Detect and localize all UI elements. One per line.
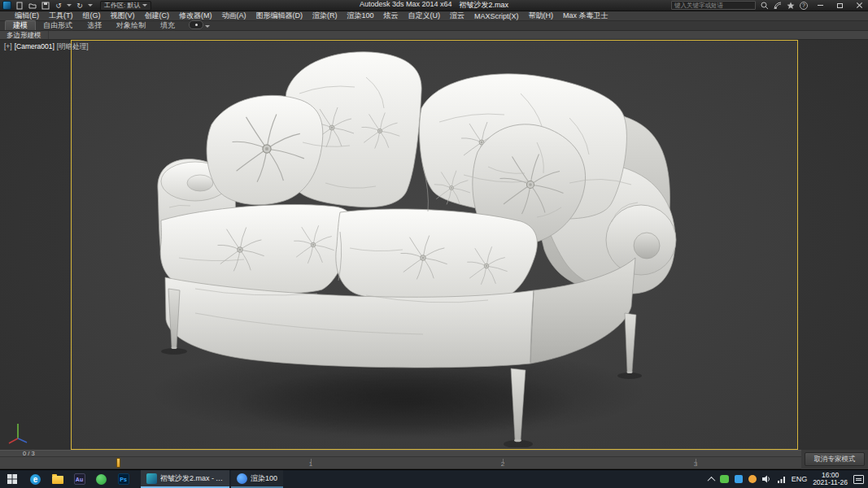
wechat-icon[interactable] [720, 475, 729, 483]
maximize-button[interactable] [832, 0, 847, 11]
track-bar[interactable]: 0 / 3 [0, 450, 801, 457]
new-scene-icon[interactable] [15, 1, 24, 11]
viewport-label: [+] [Camera001] [明暗处理] [4, 42, 89, 52]
save-icon[interactable] [41, 1, 50, 11]
viewport-general-menu[interactable]: [+] [4, 42, 12, 52]
sofa-model[interactable] [81, 45, 700, 447]
tick-label-2: 2 [501, 460, 504, 468]
file-title: 褶皱沙发2.max [460, 0, 509, 11]
render100-icon [237, 473, 247, 484]
favorites-star-icon[interactable] [787, 2, 795, 10]
window-title: Autodesk 3ds Max 2014 x64 褶皱沙发2.max [360, 0, 508, 11]
undo-icon[interactable] [54, 1, 63, 11]
communication-center-icon[interactable] [774, 2, 782, 10]
clock-date: 2021-11-26 [813, 479, 848, 486]
ribbon-tab-freeform[interactable]: 自由形式 [36, 21, 80, 30]
menu-item-create[interactable]: 创建(C) [140, 11, 175, 21]
product-title: Autodesk 3ds Max 2014 x64 [360, 0, 452, 11]
open-file-icon[interactable] [28, 1, 37, 11]
menu-bar: 编辑(E) 工具(T) 组(G) 视图(V) 创建(C) 修改器(M) 动画(A… [0, 11, 868, 21]
redo-icon[interactable] [75, 1, 85, 11]
green-app-icon[interactable] [90, 470, 112, 488]
menu-item-rendering[interactable]: 渲染(R) [308, 11, 342, 21]
world-axis-icon [7, 420, 29, 445]
security-icon[interactable] [748, 475, 757, 483]
start-button[interactable] [0, 470, 24, 488]
3dsmax-window: 工作区: 默认 Autodesk 3ds Max 2014 x64 褶皱沙发2.… [0, 0, 868, 488]
ribbon-tabs: 建模 自由形式 选择 对象绘制 填充 [0, 21, 868, 31]
cancel-expert-mode-button[interactable]: 取消专家模式 [805, 452, 865, 466]
menu-item-help[interactable]: 帮助(H) [524, 11, 559, 21]
ribbon-panel-strip: 多边形建模 [0, 31, 868, 40]
help-icon[interactable] [800, 2, 808, 10]
system-tray: ENG 16:00 2021-11-26 [709, 470, 868, 488]
action-center-icon[interactable] [853, 475, 864, 484]
workspace-caret-icon [142, 4, 147, 7]
search-icon[interactable] [761, 2, 769, 10]
ribbon-tab-selection[interactable]: 选择 [80, 21, 109, 30]
ribbon-toggle-caret-icon[interactable] [205, 25, 210, 28]
viewport-canvas[interactable]: [+] [Camera001] [明暗处理] [0, 40, 868, 450]
ribbon-tab-object-paint[interactable]: 对象绘制 [109, 21, 153, 30]
tick-label-3: 3 [694, 460, 697, 468]
network-icon[interactable] [778, 476, 786, 483]
edge-browser-icon[interactable] [24, 470, 46, 488]
menu-item-render100[interactable]: 渲染100 [342, 11, 379, 21]
undo-dropdown-caret-icon[interactable] [67, 4, 72, 7]
app-logo-icon[interactable] [2, 1, 11, 10]
time-slider-handle[interactable] [116, 458, 120, 468]
taskbar-window-title: 渲染100 [251, 473, 277, 484]
taskbar-window-title: 褶皱沙发2.max - A... [160, 473, 224, 484]
minimize-button[interactable] [813, 0, 827, 11]
menu-item-maxscript[interactable]: MAXScript(X) [469, 12, 524, 20]
taskbar-window-3dsmax[interactable]: 褶皱沙发2.max - A... [141, 470, 229, 488]
search-input[interactable] [671, 1, 756, 10]
audition-icon[interactable] [68, 470, 90, 488]
menu-item-views[interactable]: 视图(V) [106, 11, 140, 21]
menu-item-customize[interactable]: 自定义(U) [403, 11, 446, 21]
language-indicator[interactable]: ENG [792, 475, 808, 483]
taskbar: 褶皱沙发2.max - A... 渲染100 ENG 16:00 2021-11… [0, 469, 868, 488]
redo-dropdown-caret-icon[interactable] [88, 4, 93, 7]
cloud-drive-icon[interactable] [735, 475, 743, 483]
menu-item-group[interactable]: 组(G) [78, 11, 106, 21]
time-ruler[interactable]: 1 2 3 [0, 457, 801, 469]
viewport-pov-menu[interactable]: [Camera001] [15, 42, 55, 52]
menu-item-tools[interactable]: 工具(T) [44, 11, 78, 21]
menu-item-animation[interactable]: 动画(A) [217, 11, 251, 21]
ribbon-tab-modeling[interactable]: 建模 [5, 20, 36, 30]
render-frame-pillar-left [0, 40, 71, 450]
workspace-label: 工作区: 默认 [104, 1, 140, 10]
polygon-modeling-panel[interactable]: 多边形建模 [0, 31, 49, 39]
ribbon-tab-populate[interactable]: 填充 [153, 21, 182, 30]
volume-icon[interactable] [762, 475, 772, 483]
menu-item-max-antivirus[interactable]: Max 杀毒卫士 [558, 11, 613, 21]
file-explorer-icon[interactable] [46, 470, 68, 488]
3dsmax-file-icon [146, 473, 157, 484]
workspace-selector[interactable]: 工作区: 默认 [100, 1, 151, 11]
photoshop-icon[interactable] [112, 470, 134, 488]
menu-item-graph-editors[interactable]: 图形编辑器(D) [251, 11, 308, 21]
frame-indicator: 0 / 3 [23, 451, 35, 457]
menu-item-xuancloud[interactable]: 炫云 [379, 11, 403, 21]
viewport-shading-menu[interactable]: [明暗处理] [57, 42, 89, 52]
title-bar: 工作区: 默认 Autodesk 3ds Max 2014 x64 褶皱沙发2.… [0, 0, 868, 11]
render-frame-pillar-right [797, 40, 868, 450]
hidden-icons-chevron[interactable] [707, 476, 715, 484]
infocenter [671, 0, 868, 11]
ribbon-display-toggle[interactable] [189, 20, 203, 29]
close-button[interactable] [852, 0, 866, 11]
clock[interactable]: 16:00 2021-11-26 [813, 472, 848, 486]
quick-access-toolbar: 工作区: 默认 [0, 1, 151, 11]
tick-label-1: 1 [309, 460, 312, 468]
menu-item-rendercloud[interactable]: 渲云 [445, 11, 469, 21]
taskbar-window-render100[interactable]: 渲染100 [231, 470, 283, 488]
